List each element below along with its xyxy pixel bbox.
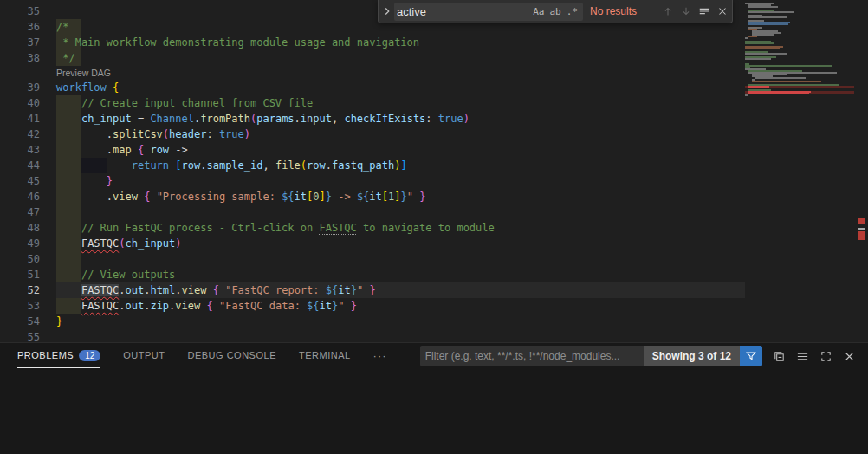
- close-icon: [843, 350, 856, 363]
- line-number: 36: [0, 19, 56, 35]
- code-line[interactable]: 55: [0, 329, 745, 342]
- line-number: 39: [0, 80, 56, 95]
- collapse-all-button[interactable]: [773, 350, 786, 363]
- code-line[interactable]: 37 * Main workflow demonstrating module …: [0, 35, 745, 50]
- line-number: 49: [0, 236, 56, 251]
- line-number: 54: [0, 314, 56, 329]
- find-previous-button[interactable]: [662, 5, 674, 17]
- line-number: 41: [0, 111, 56, 126]
- code-line[interactable]: 50: [0, 251, 745, 267]
- panel-more-actions-button[interactable]: ···: [373, 349, 387, 362]
- overview-ruler[interactable]: [853, 0, 868, 342]
- line-number: 35: [0, 3, 56, 19]
- tab-output[interactable]: OUTPUT: [123, 343, 165, 368]
- tab-terminal[interactable]: TERMINAL: [299, 343, 351, 368]
- regex-toggle[interactable]: .*: [564, 5, 580, 18]
- maximize-icon: [819, 350, 832, 363]
- close-icon: [716, 5, 729, 17]
- code-line[interactable]: 47: [0, 204, 745, 220]
- filter-toggle-button[interactable]: [740, 346, 762, 366]
- filter-icon: [745, 350, 757, 362]
- maximize-panel-button[interactable]: [819, 350, 832, 363]
- code-line[interactable]: 53 FASTQC.out.zip.view { "FastQC data: $…: [0, 298, 745, 314]
- line-number: 45: [0, 173, 56, 189]
- minimap[interactable]: [745, 3, 854, 98]
- find-results-label: No results: [590, 5, 637, 17]
- find-next-button[interactable]: [680, 5, 692, 17]
- line-number: 44: [0, 158, 56, 173]
- line-number: 47: [0, 204, 56, 220]
- collapse-all-icon: [773, 350, 786, 363]
- codelens-preview-dag-link[interactable]: Preview DAG: [56, 66, 111, 80]
- line-number: 55: [0, 329, 56, 342]
- code-line[interactable]: 54}: [0, 314, 745, 329]
- vscode-window: 3536/*37 * Main workflow demonstrating m…: [0, 0, 868, 454]
- arrow-down-icon: [680, 5, 692, 17]
- problems-filter: Showing 3 of 12: [420, 346, 762, 366]
- line-number: 42: [0, 126, 56, 142]
- code-line[interactable]: 40 // Create input channel from CSV file: [0, 95, 745, 111]
- code-line[interactable]: 52 FASTQC.out.html.view { "FastQC report…: [0, 282, 745, 298]
- find-input-box: Aa ab .*: [394, 3, 583, 21]
- code-line[interactable]: 38 */: [0, 50, 745, 66]
- find-expand-button[interactable]: [380, 5, 394, 17]
- line-number: 51: [0, 267, 56, 282]
- view-as-list-button[interactable]: [796, 350, 809, 363]
- line-number: 46: [0, 189, 56, 204]
- filter-results-chip: Showing 3 of 12: [644, 346, 740, 366]
- ruler-mark: [858, 218, 865, 224]
- line-number: 37: [0, 35, 56, 50]
- match-case-toggle[interactable]: Aa: [530, 5, 547, 18]
- bottom-panel: PROBLEMS12OUTPUTDEBUG CONSOLETERMINAL ··…: [0, 342, 868, 454]
- line-number: 52: [0, 282, 56, 298]
- line-number: 48: [0, 220, 56, 236]
- find-in-selection-button[interactable]: [698, 5, 710, 17]
- code-line[interactable]: 48 // Run FastQC process - Ctrl-click on…: [0, 220, 745, 236]
- code-line[interactable]: 44 return [row.sample_id, file(row.fastq…: [0, 158, 745, 173]
- tab-debug-console[interactable]: DEBUG CONSOLE: [188, 343, 276, 368]
- find-input[interactable]: [397, 5, 530, 18]
- code-line[interactable]: 46 .view { "Processing sample: ${it[0]} …: [0, 189, 745, 204]
- code-line[interactable]: 41 ch_input = Channel.fromPath(params.in…: [0, 111, 745, 126]
- chevron-right-icon: [381, 5, 393, 17]
- selection-icon: [698, 5, 710, 17]
- line-number: 38: [0, 50, 56, 66]
- line-number: 53: [0, 298, 56, 314]
- code-line[interactable]: 43 .map { row ->: [0, 142, 745, 158]
- find-widget: Aa ab .* No results: [378, 0, 733, 23]
- code-line[interactable]: 45 }: [0, 173, 745, 189]
- arrow-up-icon: [662, 5, 674, 17]
- list-icon: [796, 350, 809, 363]
- line-number: 40: [0, 95, 56, 111]
- line-number: 50: [0, 251, 56, 267]
- gutter: [0, 66, 56, 80]
- code-line[interactable]: 51 // View outputs: [0, 267, 745, 282]
- code-line[interactable]: 42 .splitCsv(header: true): [0, 126, 745, 142]
- whole-word-toggle[interactable]: ab: [547, 5, 564, 18]
- code-line[interactable]: 39workflow {: [0, 80, 745, 95]
- problems-count-badge: 12: [79, 350, 100, 361]
- panel-header: PROBLEMS12OUTPUTDEBUG CONSOLETERMINAL ··…: [0, 343, 868, 368]
- close-panel-button[interactable]: [843, 350, 856, 363]
- line-number: 43: [0, 142, 56, 158]
- panel-toolbar: Showing 3 of 12: [420, 346, 856, 366]
- code-line[interactable]: 49 FASTQC(ch_input): [0, 236, 745, 251]
- filter-input[interactable]: [420, 350, 644, 362]
- tab-problems[interactable]: PROBLEMS12: [17, 343, 100, 368]
- ruler-mark: [858, 228, 865, 230]
- editor[interactable]: 3536/*37 * Main workflow demonstrating m…: [0, 0, 868, 342]
- code-lines: 3536/*37 * Main workflow demonstrating m…: [0, 0, 745, 342]
- find-close-button[interactable]: [716, 5, 729, 17]
- ruler-mark: [858, 231, 865, 240]
